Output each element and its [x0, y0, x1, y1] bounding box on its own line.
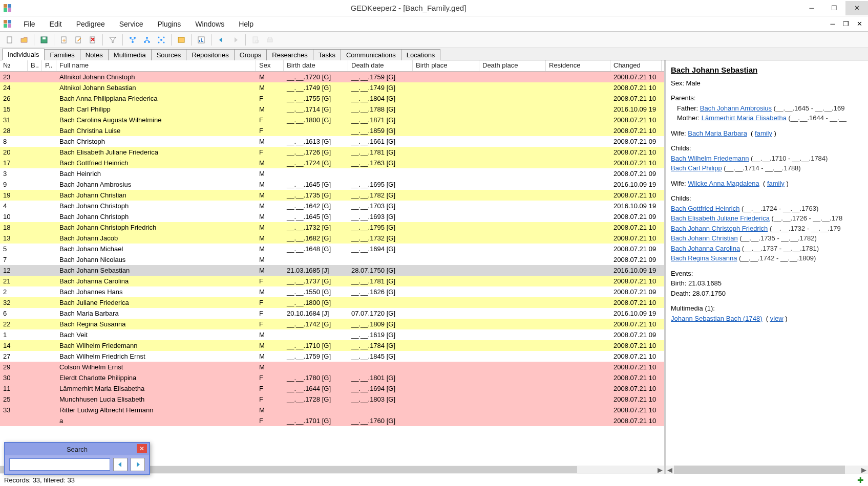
table-row[interactable]: 29Colson Wilhelm ErnstM2008.07.21 10 [0, 362, 664, 372]
tree-both-button[interactable] [155, 33, 168, 47]
nav-back-button[interactable] [215, 33, 228, 47]
table-row[interactable]: 13Bach Johann JacobM__.__.1682 [G]__.__.… [0, 233, 664, 244]
child-link[interactable]: Bach Johanna Carolina [671, 245, 740, 252]
column-header[interactable]: Birth place [413, 60, 479, 71]
menu-edit[interactable]: Edit [43, 18, 69, 30]
mother-link[interactable]: Lämmerhirt Maria Elisabetha [702, 114, 787, 122]
child-link[interactable]: Bach Carl Philipp [671, 164, 722, 172]
column-header[interactable]: Death date [348, 60, 413, 71]
menu-windows[interactable]: Windows [188, 18, 231, 30]
print-button[interactable] [263, 33, 277, 47]
table-row[interactable]: 19Bach Johann ChristianM__.__.1735 [G]__… [0, 190, 664, 201]
column-header[interactable]: Sex [256, 60, 284, 71]
preview-button[interactable] [249, 33, 262, 47]
detail-scroll-right[interactable]: ▶ [860, 466, 868, 474]
table-row[interactable]: 23Altnikol Johann ChristophM__.__.1720 [… [0, 72, 664, 82]
child-link[interactable]: Bach Elisabeth Juliane Friederica [671, 214, 770, 222]
table-row[interactable]: aF__.__.1701 [G]__.__.1760 [G]2008.07.21… [0, 415, 664, 426]
view-link[interactable]: view [770, 315, 784, 322]
table-row[interactable]: 15Bach Carl PhilippM__.__.1714 [G]__.__.… [0, 104, 664, 115]
table-row[interactable]: 18Bach Johann Christoph FriedrichM__.__.… [0, 222, 664, 233]
tab-groups[interactable]: Groups [234, 49, 267, 60]
detail-scroll-left[interactable]: ◀ [666, 466, 674, 474]
child-link[interactable]: Bach Johann Christian [671, 234, 738, 242]
close-button[interactable]: ✕ [845, 1, 868, 15]
tab-communications[interactable]: Communications [341, 49, 401, 60]
table-row[interactable]: 31Bach Carolina Augusta WilhelmineF__.__… [0, 115, 664, 125]
delete-record-button[interactable] [86, 33, 99, 47]
open-file-button[interactable] [17, 33, 31, 47]
table-row[interactable]: 26Bach Anna Philippiana FriedericaF__.__… [0, 93, 664, 104]
filter-button[interactable] [106, 33, 119, 47]
mdi-restore-button[interactable]: ❐ [840, 20, 852, 28]
column-header[interactable]: Birth date [284, 60, 348, 71]
family2-link[interactable]: family [767, 180, 785, 187]
tree-descendants-button[interactable] [140, 33, 154, 47]
child-link[interactable]: Bach Regina Susanna [671, 254, 737, 262]
tab-repositories[interactable]: Repositories [186, 49, 234, 60]
search-title[interactable]: Search ✕ [5, 443, 149, 455]
column-header[interactable]: B.. [28, 60, 42, 71]
table-row[interactable]: 17Bach Gottfried HeinrichM__.__.1724 [G]… [0, 158, 664, 168]
grid-body[interactable]: 23Altnikol Johann ChristophM__.__.1720 [… [0, 72, 664, 466]
table-row[interactable]: 10Bach Johann ChristophM__.__.1645 [G]__… [0, 211, 664, 222]
child-link[interactable]: Bach Wilhelm Friedemann [671, 154, 749, 162]
stats-button[interactable] [195, 33, 208, 47]
add-record-button[interactable]: + [57, 33, 71, 47]
tab-locations[interactable]: Locations [401, 49, 441, 60]
tab-families[interactable]: Families [44, 49, 80, 60]
table-row[interactable]: 6Bach Maria BarbaraF20.10.1684 [J]07.07.… [0, 308, 664, 319]
menu-pedigree[interactable]: Pedigree [69, 18, 112, 30]
search-input[interactable] [9, 458, 110, 471]
wife2-link[interactable]: Wilcke Anna Magdalena [688, 180, 759, 187]
table-row[interactable]: 9Bach Johann AmbrosiusM__.__.1645 [G]__.… [0, 179, 664, 190]
table-row[interactable]: 32Bach Juliane FriedericaF__.__.1800 [G]… [0, 297, 664, 308]
minimize-button[interactable]: ─ [800, 1, 823, 15]
search-window[interactable]: Search ✕ [4, 442, 150, 475]
search-next-button[interactable] [131, 458, 145, 471]
edit-record-button[interactable] [72, 33, 85, 47]
table-row[interactable]: 2Bach Johannes HansM__.__.1550 [G]__.__.… [0, 286, 664, 297]
search-prev-button[interactable] [113, 458, 128, 471]
tab-sources[interactable]: Sources [151, 49, 187, 60]
table-row[interactable]: 25Munchhusen Lucia ElisabethF__.__.1728 … [0, 394, 664, 405]
tab-researches[interactable]: Researches [266, 49, 313, 60]
tab-notes[interactable]: Notes [80, 49, 109, 60]
table-row[interactable]: 28Bach Christina LuiseF__.__.1859 [G]200… [0, 125, 664, 136]
tab-individuals[interactable]: Individuals [2, 49, 45, 60]
table-row[interactable]: 1Bach VeitM__.__.1619 [G]2008.07.21 09 [0, 329, 664, 340]
tree-ancestors-button[interactable] [126, 33, 139, 47]
table-row[interactable]: 14Bach Wilhelm FriedemannM__.__.1710 [G]… [0, 340, 664, 351]
column-header[interactable]: Residence [546, 60, 610, 71]
column-header[interactable]: Changed [610, 60, 662, 71]
table-row[interactable]: 12Bach Johann SebastianM21.03.1685 [J]28… [0, 265, 664, 276]
wife1-link[interactable]: Bach Maria Barbara [688, 129, 747, 137]
column-header[interactable]: № [0, 60, 28, 71]
table-row[interactable]: 21Bach Johanna CarolinaF__.__.1737 [G]__… [0, 276, 664, 286]
table-row[interactable]: 7Bach Johann NicolausM2008.07.21 09 [0, 254, 664, 265]
search-close-button[interactable]: ✕ [137, 444, 147, 453]
child-link[interactable]: Bach Gottfried Heinrich [671, 205, 739, 212]
table-row[interactable]: 11Lämmerhirt Maria ElisabethaF__.__.1644… [0, 383, 664, 394]
mdi-close-button[interactable]: ✕ [854, 20, 865, 28]
pedigree-button[interactable] [175, 33, 188, 47]
table-row[interactable]: 30Elerdt Charlotte PhilippinaF__.__.1780… [0, 372, 664, 383]
menu-service[interactable]: Service [112, 18, 151, 30]
tab-multimedia[interactable]: Multimedia [108, 49, 152, 60]
table-row[interactable]: 4Bach Johann ChristophM__.__.1642 [G]__.… [0, 201, 664, 211]
column-header[interactable]: Full name [56, 60, 256, 71]
scroll-right-arrow[interactable]: ▶ [656, 466, 664, 474]
mdi-minimize-button[interactable]: ─ [827, 20, 838, 28]
table-row[interactable]: 27Bach Wilhelm Friedrich ErnstM__.__.175… [0, 351, 664, 362]
menu-plugins[interactable]: Plugins [150, 18, 188, 30]
nav-forward-button[interactable] [229, 33, 242, 47]
father-link[interactable]: Bach Johann Ambrosius [700, 104, 772, 112]
column-header[interactable]: P.. [42, 60, 56, 71]
table-row[interactable]: 22Bach Regina SusannaF__.__.1742 [G]__._… [0, 319, 664, 329]
multimedia-link[interactable]: Johann Sebastian Bach (1748) [671, 315, 763, 322]
column-header[interactable]: Death place [479, 60, 546, 71]
family1-link[interactable]: family [755, 129, 772, 137]
tab-tasks[interactable]: Tasks [313, 49, 341, 60]
table-row[interactable]: 33Ritter Ludwig Albrecht HermannM2008.07… [0, 405, 664, 415]
maximize-button[interactable]: ☐ [823, 1, 845, 15]
